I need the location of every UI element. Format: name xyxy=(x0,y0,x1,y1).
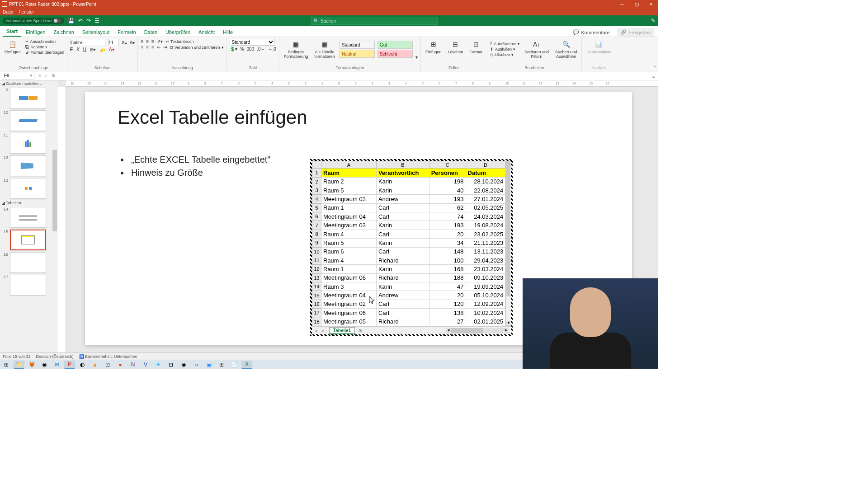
clear-button[interactable]: ◇ Löschen ▾ xyxy=(490,52,520,57)
align-center-icon[interactable]: ≡ xyxy=(146,45,149,50)
cell[interactable]: Raum 1 xyxy=(321,265,377,273)
cell[interactable]: Raum 5 xyxy=(321,239,377,247)
maximize-button[interactable]: ▢ xyxy=(629,0,644,8)
cell-style-neutral[interactable]: Neutral xyxy=(340,50,375,58)
cell[interactable]: 34 xyxy=(429,239,466,247)
cell[interactable]: Meetingraum 06 xyxy=(321,273,377,282)
sheet-tab-tabelle1[interactable]: Tabelle1 xyxy=(329,327,355,334)
taskbar-app2-icon[interactable]: ⊡ xyxy=(102,361,113,369)
styles-more-icon[interactable]: ▾ xyxy=(415,55,418,60)
taskbar-firefox-icon[interactable]: 🦊 xyxy=(26,361,37,369)
taskbar-vlc-icon[interactable]: ▲ xyxy=(90,361,100,369)
format-painter-button[interactable]: 🖌 Format übertragen xyxy=(25,50,65,55)
sheet-nav-next-icon[interactable]: ► xyxy=(321,328,326,333)
merge-button[interactable]: ⊡ Verbinden und zentrieren ▾ xyxy=(170,45,224,50)
autosum-button[interactable]: Σ AutoSumme ▾ xyxy=(490,42,520,46)
cell[interactable]: Raum 6 xyxy=(321,247,377,256)
taskbar-app6-icon[interactable]: ⊞ xyxy=(216,361,227,369)
accessibility-status[interactable]: ♿ Barrierefreiheit: Untersuchen xyxy=(79,354,137,359)
cell[interactable]: 148 xyxy=(429,247,466,256)
cell[interactable]: 193 xyxy=(429,195,466,203)
comments-button[interactable]: 💬 Kommentare xyxy=(569,28,613,37)
cell[interactable]: 27 xyxy=(429,317,466,326)
cell[interactable]: 27.01.2024 xyxy=(466,195,505,203)
increase-decimal-icon[interactable]: .0→ xyxy=(257,47,265,52)
fill-button[interactable]: ⬇ Ausfüllen ▾ xyxy=(490,47,520,52)
cell[interactable]: Raum 5 xyxy=(321,186,377,195)
cell[interactable]: Karin xyxy=(376,221,429,230)
cell[interactable]: Meetingraum 06 xyxy=(321,309,377,317)
sheet-nav-prev-icon[interactable]: ◄ xyxy=(314,328,318,333)
row-header[interactable]: 18 xyxy=(312,317,321,326)
copy-button[interactable]: ⿻ Kopieren xyxy=(25,45,65,49)
cell[interactable]: 100 xyxy=(429,256,466,264)
row-header[interactable]: 16 xyxy=(312,300,321,308)
row-header[interactable]: 2 xyxy=(312,177,321,186)
cell[interactable]: 24.03.2024 xyxy=(466,212,505,221)
col-header-d[interactable]: D xyxy=(466,161,505,169)
slide-thumb-17[interactable] xyxy=(10,275,46,296)
cell[interactable]: 23.03.2024 xyxy=(466,265,505,273)
cut-button[interactable]: ✂ Ausschneiden xyxy=(25,39,65,44)
taskbar-chrome-icon[interactable]: ◉ xyxy=(39,361,50,369)
row-header[interactable]: 17 xyxy=(312,309,321,317)
slide-bullets[interactable]: „Echte EXCEL Tabelle eingebettet" Hinwei… xyxy=(129,155,270,181)
redo-icon[interactable]: ↷ xyxy=(86,18,91,24)
cell-style-schlecht[interactable]: Schlecht xyxy=(377,50,413,58)
align-left-icon[interactable]: ≡ xyxy=(141,45,143,50)
excel-table[interactable]: A B C D 1 Raum Verantwortlich Personen D… xyxy=(312,161,505,326)
slide-thumb-16[interactable] xyxy=(10,252,46,273)
cell[interactable]: 20 xyxy=(429,230,466,238)
taskbar-app5-icon[interactable]: ○ xyxy=(191,361,202,369)
thumbnail-scrollbar[interactable] xyxy=(52,80,58,352)
row-header[interactable]: 3 xyxy=(312,186,321,195)
tab-formeln[interactable]: Formeln xyxy=(114,28,139,37)
cell[interactable]: 188 xyxy=(429,273,466,282)
cell[interactable]: 20 xyxy=(429,291,466,300)
col-header-b[interactable]: B xyxy=(376,161,429,169)
slide-thumb-9[interactable] xyxy=(10,88,46,108)
row-header[interactable]: 4 xyxy=(312,195,321,203)
undo-icon[interactable]: ↶ xyxy=(78,18,83,24)
col-header-a[interactable]: A xyxy=(321,161,377,169)
taskbar-visio-icon[interactable]: V xyxy=(140,361,151,369)
slide-title[interactable]: Excel Tabelle einfügen xyxy=(118,107,307,128)
align-middle-icon[interactable]: ≡ xyxy=(146,39,149,44)
row-header[interactable]: 1 xyxy=(312,169,321,177)
cell[interactable]: Carl xyxy=(376,230,429,238)
col-header-c[interactable]: C xyxy=(429,161,466,169)
cell[interactable]: Meetingraum 05 xyxy=(321,317,377,326)
taskbar-telegram-icon[interactable]: ✈ xyxy=(153,361,164,369)
cell[interactable]: Richard xyxy=(376,256,429,264)
cell[interactable]: Carl xyxy=(376,203,429,212)
cell[interactable]: Meetingraum 04 xyxy=(321,291,377,300)
row-header[interactable]: 8 xyxy=(312,230,321,238)
thousands-icon[interactable]: 000 xyxy=(246,47,254,52)
taskbar-excel-icon[interactable]: X xyxy=(241,361,252,369)
increase-font-icon[interactable]: A▴ xyxy=(122,40,127,45)
taskbar-explorer-icon[interactable]: 📁 xyxy=(14,361,24,369)
cell[interactable]: Meetingraum 04 xyxy=(321,212,377,221)
taskbar-app7-icon[interactable]: 📄 xyxy=(229,361,240,369)
name-box[interactable]: F9▼ xyxy=(2,72,34,80)
cell[interactable]: Karin xyxy=(376,177,429,186)
section-grafiken[interactable]: ◢ Grafiken modellier... xyxy=(0,80,58,87)
cell[interactable]: 74 xyxy=(429,212,466,221)
decrease-font-icon[interactable]: A▾ xyxy=(130,40,135,45)
select-all-corner[interactable] xyxy=(312,161,321,169)
row-header[interactable]: 6 xyxy=(312,212,321,221)
touch-icon[interactable]: ☰ xyxy=(94,18,99,24)
cell[interactable]: 168 xyxy=(429,265,466,273)
cell[interactable]: Raum 2 xyxy=(321,177,377,186)
taskbar-app3-icon[interactable]: ● xyxy=(115,361,126,369)
cell[interactable]: Carl xyxy=(376,247,429,256)
cell[interactable]: 05.10.2024 xyxy=(466,291,505,300)
font-color-button[interactable]: A▾ xyxy=(109,47,114,52)
cell[interactable]: Andrew xyxy=(376,291,429,300)
share-button[interactable]: 🔗 Freigeben xyxy=(617,28,655,37)
cell[interactable]: Datum xyxy=(466,169,505,177)
cell[interactable]: 21.11.2023 xyxy=(466,239,505,247)
border-button[interactable]: ⊞▾ xyxy=(90,47,96,52)
slide-thumb-14[interactable] xyxy=(10,207,46,228)
tab-hilfe[interactable]: Hilfe xyxy=(219,28,236,37)
